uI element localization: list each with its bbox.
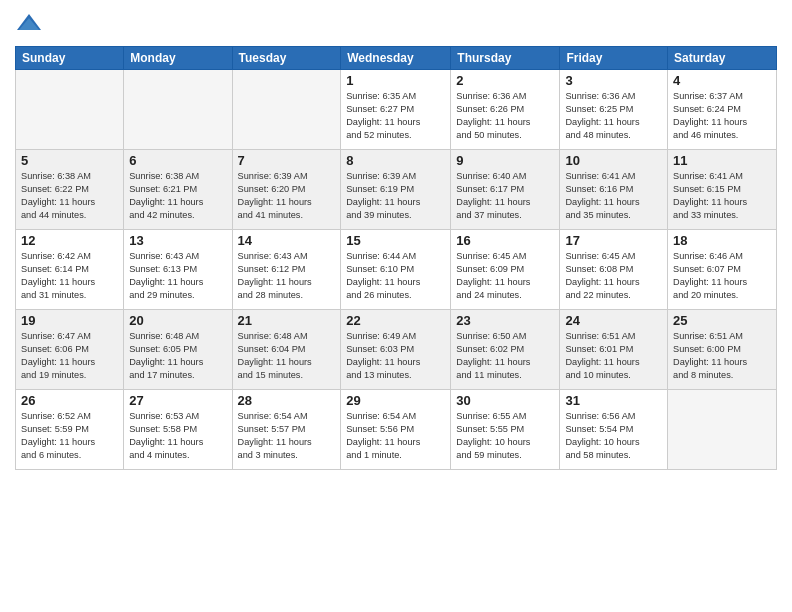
- calendar-week-row: 26Sunrise: 6:52 AM Sunset: 5:59 PM Dayli…: [16, 390, 777, 470]
- calendar-day-cell: 6Sunrise: 6:38 AM Sunset: 6:21 PM Daylig…: [124, 150, 232, 230]
- day-info: Sunrise: 6:40 AM Sunset: 6:17 PM Dayligh…: [456, 170, 554, 222]
- calendar-day-cell: 9Sunrise: 6:40 AM Sunset: 6:17 PM Daylig…: [451, 150, 560, 230]
- day-info: Sunrise: 6:38 AM Sunset: 6:21 PM Dayligh…: [129, 170, 226, 222]
- day-number: 21: [238, 313, 336, 328]
- day-info: Sunrise: 6:52 AM Sunset: 5:59 PM Dayligh…: [21, 410, 118, 462]
- day-number: 19: [21, 313, 118, 328]
- header-saturday: Saturday: [668, 47, 777, 70]
- calendar-day-cell: 21Sunrise: 6:48 AM Sunset: 6:04 PM Dayli…: [232, 310, 341, 390]
- calendar-day-cell: 24Sunrise: 6:51 AM Sunset: 6:01 PM Dayli…: [560, 310, 668, 390]
- header-sunday: Sunday: [16, 47, 124, 70]
- header-tuesday: Tuesday: [232, 47, 341, 70]
- day-info: Sunrise: 6:37 AM Sunset: 6:24 PM Dayligh…: [673, 90, 771, 142]
- day-info: Sunrise: 6:53 AM Sunset: 5:58 PM Dayligh…: [129, 410, 226, 462]
- calendar-week-row: 1Sunrise: 6:35 AM Sunset: 6:27 PM Daylig…: [16, 70, 777, 150]
- day-info: Sunrise: 6:47 AM Sunset: 6:06 PM Dayligh…: [21, 330, 118, 382]
- day-info: Sunrise: 6:41 AM Sunset: 6:16 PM Dayligh…: [565, 170, 662, 222]
- day-number: 27: [129, 393, 226, 408]
- day-info: Sunrise: 6:35 AM Sunset: 6:27 PM Dayligh…: [346, 90, 445, 142]
- day-info: Sunrise: 6:45 AM Sunset: 6:09 PM Dayligh…: [456, 250, 554, 302]
- day-info: Sunrise: 6:56 AM Sunset: 5:54 PM Dayligh…: [565, 410, 662, 462]
- day-info: Sunrise: 6:51 AM Sunset: 6:01 PM Dayligh…: [565, 330, 662, 382]
- day-info: Sunrise: 6:43 AM Sunset: 6:12 PM Dayligh…: [238, 250, 336, 302]
- day-info: Sunrise: 6:50 AM Sunset: 6:02 PM Dayligh…: [456, 330, 554, 382]
- day-number: 20: [129, 313, 226, 328]
- day-info: Sunrise: 6:48 AM Sunset: 6:05 PM Dayligh…: [129, 330, 226, 382]
- calendar: Sunday Monday Tuesday Wednesday Thursday…: [15, 46, 777, 470]
- calendar-day-cell: 7Sunrise: 6:39 AM Sunset: 6:20 PM Daylig…: [232, 150, 341, 230]
- day-info: Sunrise: 6:36 AM Sunset: 6:25 PM Dayligh…: [565, 90, 662, 142]
- calendar-week-row: 12Sunrise: 6:42 AM Sunset: 6:14 PM Dayli…: [16, 230, 777, 310]
- day-info: Sunrise: 6:51 AM Sunset: 6:00 PM Dayligh…: [673, 330, 771, 382]
- calendar-day-cell: 20Sunrise: 6:48 AM Sunset: 6:05 PM Dayli…: [124, 310, 232, 390]
- calendar-day-cell: [668, 390, 777, 470]
- calendar-day-cell: 12Sunrise: 6:42 AM Sunset: 6:14 PM Dayli…: [16, 230, 124, 310]
- calendar-day-cell: [16, 70, 124, 150]
- calendar-day-cell: 17Sunrise: 6:45 AM Sunset: 6:08 PM Dayli…: [560, 230, 668, 310]
- day-number: 10: [565, 153, 662, 168]
- day-number: 5: [21, 153, 118, 168]
- day-info: Sunrise: 6:54 AM Sunset: 5:56 PM Dayligh…: [346, 410, 445, 462]
- day-info: Sunrise: 6:45 AM Sunset: 6:08 PM Dayligh…: [565, 250, 662, 302]
- calendar-day-cell: 31Sunrise: 6:56 AM Sunset: 5:54 PM Dayli…: [560, 390, 668, 470]
- day-number: 23: [456, 313, 554, 328]
- calendar-day-cell: 19Sunrise: 6:47 AM Sunset: 6:06 PM Dayli…: [16, 310, 124, 390]
- calendar-day-cell: 22Sunrise: 6:49 AM Sunset: 6:03 PM Dayli…: [341, 310, 451, 390]
- day-number: 2: [456, 73, 554, 88]
- calendar-day-cell: 29Sunrise: 6:54 AM Sunset: 5:56 PM Dayli…: [341, 390, 451, 470]
- day-number: 13: [129, 233, 226, 248]
- day-number: 4: [673, 73, 771, 88]
- calendar-week-row: 19Sunrise: 6:47 AM Sunset: 6:06 PM Dayli…: [16, 310, 777, 390]
- header: [15, 10, 777, 38]
- day-number: 29: [346, 393, 445, 408]
- calendar-day-cell: 1Sunrise: 6:35 AM Sunset: 6:27 PM Daylig…: [341, 70, 451, 150]
- day-info: Sunrise: 6:42 AM Sunset: 6:14 PM Dayligh…: [21, 250, 118, 302]
- calendar-day-cell: 14Sunrise: 6:43 AM Sunset: 6:12 PM Dayli…: [232, 230, 341, 310]
- calendar-day-cell: 8Sunrise: 6:39 AM Sunset: 6:19 PM Daylig…: [341, 150, 451, 230]
- day-info: Sunrise: 6:49 AM Sunset: 6:03 PM Dayligh…: [346, 330, 445, 382]
- day-info: Sunrise: 6:36 AM Sunset: 6:26 PM Dayligh…: [456, 90, 554, 142]
- day-number: 31: [565, 393, 662, 408]
- header-friday: Friday: [560, 47, 668, 70]
- calendar-day-cell: 16Sunrise: 6:45 AM Sunset: 6:09 PM Dayli…: [451, 230, 560, 310]
- calendar-day-cell: 27Sunrise: 6:53 AM Sunset: 5:58 PM Dayli…: [124, 390, 232, 470]
- day-number: 11: [673, 153, 771, 168]
- day-number: 1: [346, 73, 445, 88]
- day-number: 30: [456, 393, 554, 408]
- calendar-day-cell: 25Sunrise: 6:51 AM Sunset: 6:00 PM Dayli…: [668, 310, 777, 390]
- calendar-day-cell: 23Sunrise: 6:50 AM Sunset: 6:02 PM Dayli…: [451, 310, 560, 390]
- calendar-day-cell: 26Sunrise: 6:52 AM Sunset: 5:59 PM Dayli…: [16, 390, 124, 470]
- day-info: Sunrise: 6:43 AM Sunset: 6:13 PM Dayligh…: [129, 250, 226, 302]
- day-number: 26: [21, 393, 118, 408]
- logo: [15, 10, 47, 38]
- day-number: 17: [565, 233, 662, 248]
- calendar-day-cell: 28Sunrise: 6:54 AM Sunset: 5:57 PM Dayli…: [232, 390, 341, 470]
- day-number: 15: [346, 233, 445, 248]
- day-number: 16: [456, 233, 554, 248]
- day-number: 14: [238, 233, 336, 248]
- calendar-day-cell: [124, 70, 232, 150]
- calendar-day-cell: 10Sunrise: 6:41 AM Sunset: 6:16 PM Dayli…: [560, 150, 668, 230]
- header-thursday: Thursday: [451, 47, 560, 70]
- day-info: Sunrise: 6:48 AM Sunset: 6:04 PM Dayligh…: [238, 330, 336, 382]
- day-number: 22: [346, 313, 445, 328]
- day-info: Sunrise: 6:55 AM Sunset: 5:55 PM Dayligh…: [456, 410, 554, 462]
- header-monday: Monday: [124, 47, 232, 70]
- day-number: 25: [673, 313, 771, 328]
- day-info: Sunrise: 6:54 AM Sunset: 5:57 PM Dayligh…: [238, 410, 336, 462]
- day-info: Sunrise: 6:46 AM Sunset: 6:07 PM Dayligh…: [673, 250, 771, 302]
- day-info: Sunrise: 6:38 AM Sunset: 6:22 PM Dayligh…: [21, 170, 118, 222]
- calendar-day-cell: 18Sunrise: 6:46 AM Sunset: 6:07 PM Dayli…: [668, 230, 777, 310]
- calendar-day-cell: 15Sunrise: 6:44 AM Sunset: 6:10 PM Dayli…: [341, 230, 451, 310]
- day-info: Sunrise: 6:41 AM Sunset: 6:15 PM Dayligh…: [673, 170, 771, 222]
- calendar-day-cell: 4Sunrise: 6:37 AM Sunset: 6:24 PM Daylig…: [668, 70, 777, 150]
- calendar-day-cell: 5Sunrise: 6:38 AM Sunset: 6:22 PM Daylig…: [16, 150, 124, 230]
- calendar-day-cell: 2Sunrise: 6:36 AM Sunset: 6:26 PM Daylig…: [451, 70, 560, 150]
- day-number: 28: [238, 393, 336, 408]
- day-number: 8: [346, 153, 445, 168]
- weekday-header-row: Sunday Monday Tuesday Wednesday Thursday…: [16, 47, 777, 70]
- day-number: 24: [565, 313, 662, 328]
- day-number: 6: [129, 153, 226, 168]
- calendar-day-cell: [232, 70, 341, 150]
- day-info: Sunrise: 6:44 AM Sunset: 6:10 PM Dayligh…: [346, 250, 445, 302]
